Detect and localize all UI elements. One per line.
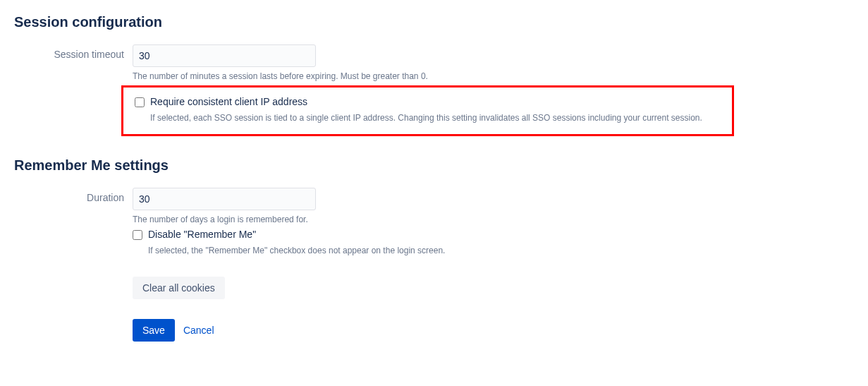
disable-remember-me-checkbox[interactable] [133,230,142,240]
disable-remember-me-label[interactable]: Disable "Remember Me" [148,229,256,240]
duration-label: Duration [14,188,133,203]
duration-row: Duration The number of days a login is r… [14,188,854,226]
cancel-link[interactable]: Cancel [183,325,214,336]
session-timeout-help: The number of minutes a session lasts be… [133,70,854,83]
disable-remember-me-help: If selected, the "Remember Me" checkbox … [148,244,854,257]
save-button[interactable]: Save [133,319,175,342]
remember-me-heading: Remember Me settings [14,157,854,174]
action-buttons-row: Save Cancel [133,319,854,342]
require-ip-label[interactable]: Require consistent client IP address [150,96,307,107]
session-timeout-row: Session timeout The number of minutes a … [14,44,854,83]
duration-input[interactable] [133,188,316,210]
session-configuration-section: Session configuration Session timeout Th… [14,14,854,136]
require-ip-highlight-box: Require consistent client IP address If … [121,85,734,136]
session-config-heading: Session configuration [14,14,854,30]
session-timeout-label: Session timeout [14,44,133,60]
clear-all-cookies-button[interactable]: Clear all cookies [133,277,225,299]
duration-help: The number of days a login is remembered… [133,213,854,226]
remember-me-section: Remember Me settings Duration The number… [14,157,854,342]
require-ip-help: If selected, each SSO session is tied to… [150,111,721,124]
require-ip-checkbox[interactable] [135,97,145,107]
disable-remember-me-row: Disable "Remember Me" If selected, the "… [133,229,854,257]
session-timeout-input[interactable] [133,44,316,67]
